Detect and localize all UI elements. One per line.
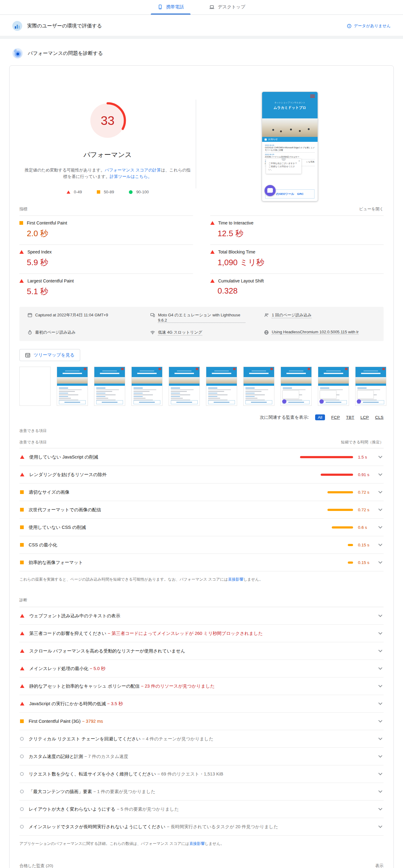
filter-chip-fcp[interactable]: FCP [331, 415, 340, 420]
view-treemap-button[interactable]: ツリーマップを見る [20, 349, 80, 361]
env-emulated-device[interactable]: Moto G4 のエミュレーション with Lighthouse 9.6.2 [150, 312, 264, 323]
filmstrip-frame [243, 367, 274, 406]
performance-gauge[interactable]: 33 [89, 101, 127, 140]
diagnostic-row[interactable]: スクロール パフォーマンスを高める受動的なリスナーが使用されていません [20, 642, 383, 660]
env-page-loads[interactable]: 1 回のページ読み込み [264, 312, 376, 323]
opportunity-row[interactable]: 次世代フォーマットでの画像の配信 0.72 s [20, 501, 383, 519]
mini-hero-photo [244, 377, 274, 383]
average-icon [20, 490, 24, 494]
lab-data-header: パフォーマンスの問題を診断する [0, 39, 403, 64]
savings-bar [300, 456, 353, 458]
diagnostic-row[interactable]: 「最大コンテンツの描画」要素 − 1 件の要素が見つかりました [20, 783, 383, 801]
fail-icon [20, 684, 24, 688]
diagnostic-row[interactable]: メインスレッドでタスクが長時間実行されないようにしてください − 長時間実行され… [20, 818, 383, 836]
savings-bar [300, 491, 353, 493]
mini-chat-bubble-icon [357, 399, 361, 404]
fail-icon [210, 279, 215, 283]
opportunity-row[interactable]: 使用していない JavaScript の削減 1.5 s [20, 448, 383, 466]
opportunities-table-header: 改善できる項目 短縮できる時間（推定） [20, 434, 383, 448]
average-icon [20, 508, 24, 512]
filter-chip-tbt[interactable]: TBT [346, 415, 354, 420]
diagnostic-title: JavaScript の実行にかかる時間の低減 [29, 701, 106, 706]
chevron-down-icon [378, 771, 382, 775]
opportunity-title: 使用していない JavaScript の削減 [29, 454, 98, 460]
audit-filter-label: 次に関連する監査を表示: [260, 415, 309, 420]
passed-audits-header[interactable]: 合格した監査 (20) 表示 [20, 863, 383, 868]
direct-impact-link[interactable]: 直接影響 [228, 577, 243, 582]
neutral-icon [20, 825, 24, 829]
chevron-down-icon [378, 753, 382, 757]
opportunity-row[interactable]: 適切なサイズの画像 0.72 s [20, 484, 383, 501]
tab-desktop[interactable]: デスクトップ [207, 1, 247, 14]
diagnostic-row[interactable]: リクエスト数を少なく、転送サイズを小さく維持してください − 69 件のリクエス… [20, 765, 383, 783]
metric-fcp: First Contentful Paint 2.0 秒 [20, 216, 193, 245]
diagnostic-row[interactable]: JavaScript の実行にかかる時間の低減 − 3.5 秒 [20, 695, 383, 713]
legend-pass-range: 90-100 [136, 190, 149, 194]
chevron-down-icon [378, 613, 382, 617]
diagnostic-row[interactable]: First Contentful Paint (3G) − 3792 ms [20, 713, 383, 730]
mini-site-header [244, 367, 274, 377]
no-data-badge[interactable]: データがありません [347, 23, 391, 29]
treemap-icon [25, 352, 31, 358]
diagnostic-row[interactable]: 第三者コードの影響を抑えてください − 第三者コードによってメインスレッドが 2… [20, 625, 383, 642]
open-view-link[interactable]: ビューを開く [359, 206, 383, 212]
diagnostic-title: リクエスト数を少なく、転送サイズを小さく維持してください [29, 772, 156, 776]
filmstrip-frame [355, 367, 386, 406]
filter-chip-cls[interactable]: CLS [375, 415, 383, 420]
info-icon [347, 24, 351, 28]
fail-icon [210, 250, 215, 254]
mini-site-header [169, 367, 199, 377]
diagnostic-title: メインスレッド処理の最小化 [29, 666, 88, 671]
filter-chip-lcp[interactable]: LCP [361, 415, 369, 420]
mini-news-list [206, 386, 237, 402]
mini-site-header [355, 367, 386, 377]
section-divider-band [0, 36, 403, 39]
mini-notice-bar [281, 383, 311, 386]
tab-mobile[interactable]: 携帯電話 [156, 1, 186, 14]
env-browser[interactable]: Using HeadlessChromium 102.0.5005.115 wi… [264, 330, 376, 336]
diagnostic-title: 第三者コードの影響を抑えてください [29, 631, 106, 636]
tab-mobile-label: 携帯電話 [166, 4, 184, 10]
fail-icon [20, 631, 24, 635]
calculator-link[interactable]: 計算ツールはこちら。 [110, 174, 152, 179]
mini-footer-banner [245, 400, 272, 404]
environment-block: Captured at 2022年7月4日 11:04 GMT+9 Moto G… [20, 307, 383, 341]
passed-audits-toggle[interactable]: 表示 [375, 863, 383, 868]
chat-bubble-icon [265, 185, 276, 196]
opportunity-title: 効率的な画像フォーマット [29, 560, 83, 565]
diagnostic-row[interactable]: カスタム速度の記録と計測 − 7 件のカスタム速度 [20, 748, 383, 765]
filmstrip-frame [131, 367, 162, 406]
opportunity-row[interactable]: 使用していない CSS の削減 0.6 s [20, 519, 383, 536]
diagnostic-row[interactable]: 静的なアセットと効率的なキャッシュ ポリシーの配信 − 23 件のリソースが見つ… [20, 677, 383, 695]
diagnostic-detail: − 1 件の要素が見つかりました [93, 789, 155, 794]
chevron-down-icon [378, 789, 382, 793]
diagnostic-row[interactable]: メインスレッド処理の最小化 − 5.0 秒 [20, 660, 383, 677]
direct-impact-link[interactable]: 直接影響 [189, 841, 205, 846]
diagnostic-detail: − 第三者コードによってメインスレッドが 260 ミリ秒間ブロックされました [107, 631, 263, 636]
mini-news-list [132, 386, 162, 402]
legend-fail-range: 0-49 [74, 190, 82, 194]
filmstrip [20, 367, 383, 406]
chevron-down-icon [378, 683, 382, 687]
stopwatch-icon [27, 330, 32, 335]
opportunity-row[interactable]: 効率的な画像フォーマット 0.15 s [20, 554, 383, 571]
fail-icon [210, 221, 215, 225]
mini-hero-photo [169, 377, 199, 383]
savings-value: 0.15 s [358, 560, 374, 565]
mini-footer-banner [171, 400, 198, 404]
opportunity-row[interactable]: レンダリングを妨げるリソースの除外 0.91 s [20, 466, 383, 484]
diagnostic-row[interactable]: レイアウトが大きく変わらないようにする − 5 件の要素が見つかりました [20, 801, 383, 818]
mini-notice-bar [94, 383, 125, 386]
savings-value: 0.6 s [358, 525, 374, 530]
final-screenshot[interactable]: ネットショップコンサルタント ムラカミドットプロ お知らせ 2022.06.26… [262, 92, 318, 202]
gauge-category-label: パフォーマンス [83, 150, 132, 159]
diagnostic-title: レイアウトが大きく変わらないようにする [29, 807, 115, 812]
diagnostic-row[interactable]: ウェブフォント読み込み中のテキストの表示 [20, 607, 383, 625]
metric-cls: Cumulative Layout Shift 0.328 [210, 274, 384, 303]
score-calc-link[interactable]: パフォーマンス スコアの計算 [105, 168, 161, 173]
diagnostic-row[interactable]: クリティカル リクエスト チェーンを回避してください − 4 件のチェーンが見つ… [20, 730, 383, 748]
filter-chip-all[interactable]: All [315, 414, 325, 420]
device-tabbar: 携帯電話 デスクトップ [0, 0, 403, 15]
env-throttling[interactable]: 低速 4G スロットリング [150, 330, 264, 336]
opportunity-row[interactable]: CSS の最小化 0.15 s [20, 536, 383, 554]
